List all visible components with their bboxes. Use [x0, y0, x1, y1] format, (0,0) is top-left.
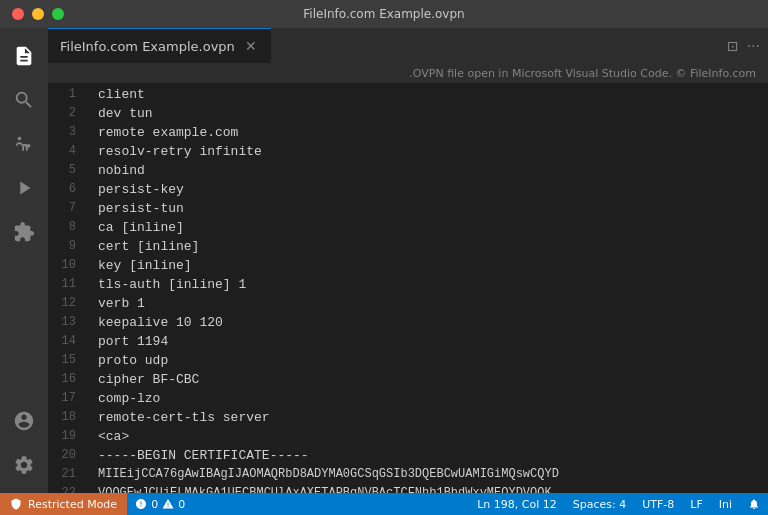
line-numbers: 1234567891011121314151617181920212223242…: [48, 83, 98, 493]
window-controls: [12, 8, 64, 20]
code-line: port 1194: [98, 332, 768, 351]
code-line: dev tun: [98, 104, 768, 123]
code-line: persist-tun: [98, 199, 768, 218]
tab-close-button[interactable]: ✕: [243, 38, 259, 54]
code-line: tls-auth [inline] 1: [98, 275, 768, 294]
activity-bar: [0, 28, 48, 493]
code-line: VQQGEwJCUjELMAkGA1UECBMCUlAxAXETAPBgNVBA…: [98, 484, 768, 493]
line-number: 14: [48, 332, 88, 351]
indentation[interactable]: Spaces: 4: [565, 493, 634, 515]
line-number: 16: [48, 370, 88, 389]
spaces-text: Spaces: 4: [573, 498, 626, 511]
sidebar-item-run[interactable]: [4, 168, 44, 208]
restricted-mode-button[interactable]: Restricted Mode: [0, 493, 127, 515]
code-line: proto udp: [98, 351, 768, 370]
line-number: 9: [48, 237, 88, 256]
error-icon: [135, 498, 147, 510]
code-line: comp-lzo: [98, 389, 768, 408]
tab-bar: FileInfo.com Example.ovpn ✕ ⊡ ···: [48, 28, 768, 63]
line-ending-text: LF: [690, 498, 702, 511]
code-line: nobind: [98, 161, 768, 180]
line-number: 7: [48, 199, 88, 218]
code-editor[interactable]: 1234567891011121314151617181920212223242…: [48, 83, 768, 493]
sidebar-item-source-control[interactable]: [4, 124, 44, 164]
title-bar: FileInfo.com Example.ovpn: [0, 0, 768, 28]
status-bar-right: Ln 198, Col 12 Spaces: 4 UTF-8 LF Ini: [469, 493, 768, 515]
code-line: MIIEijCCA76gAwIBAgIJAOMAQRbD8ADYMA0GCSqG…: [98, 465, 768, 484]
warning-icon: [162, 498, 174, 510]
line-number: 8: [48, 218, 88, 237]
line-number: 15: [48, 351, 88, 370]
code-line: key [inline]: [98, 256, 768, 275]
code-line: client: [98, 85, 768, 104]
code-line: -----BEGIN CERTIFICATE-----: [98, 446, 768, 465]
line-number: 5: [48, 161, 88, 180]
status-bar-left: Restricted Mode 0 0: [0, 493, 193, 515]
activity-bar-bottom: [4, 401, 44, 493]
code-line: remote-cert-tls server: [98, 408, 768, 427]
line-number: 10: [48, 256, 88, 275]
split-editor-icon[interactable]: ⊡: [727, 38, 739, 54]
position-text: Ln 198, Col 12: [477, 498, 557, 511]
line-number: 13: [48, 313, 88, 332]
editor-tab[interactable]: FileInfo.com Example.ovpn ✕: [48, 28, 271, 63]
code-line: cipher BF-CBC: [98, 370, 768, 389]
maximize-button[interactable]: [52, 8, 64, 20]
code-content[interactable]: clientdev tunremote example.comresolv-re…: [98, 83, 768, 493]
line-number: 17: [48, 389, 88, 408]
line-number: 3: [48, 123, 88, 142]
line-number: 20: [48, 446, 88, 465]
close-button[interactable]: [12, 8, 24, 20]
code-line: <ca>: [98, 427, 768, 446]
encoding[interactable]: UTF-8: [634, 493, 682, 515]
more-actions-icon[interactable]: ···: [747, 38, 760, 54]
line-number: 6: [48, 180, 88, 199]
code-line: resolv-retry infinite: [98, 142, 768, 161]
error-count: 0: [151, 498, 158, 511]
line-number: 2: [48, 104, 88, 123]
minimize-button[interactable]: [32, 8, 44, 20]
sidebar-item-settings[interactable]: [4, 445, 44, 485]
shield-icon: [10, 498, 22, 510]
main-container: FileInfo.com Example.ovpn ✕ ⊡ ··· .OVPN …: [0, 28, 768, 493]
restricted-mode-label: Restricted Mode: [28, 498, 117, 511]
language-mode[interactable]: Ini: [711, 493, 740, 515]
line-number: 11: [48, 275, 88, 294]
status-bar: Restricted Mode 0 0 Ln 198, Col 12 Space…: [0, 493, 768, 515]
errors-button[interactable]: 0 0: [127, 493, 193, 515]
sidebar-item-files[interactable]: [4, 36, 44, 76]
line-number: 22: [48, 484, 88, 493]
tab-bar-actions: ⊡ ···: [727, 38, 760, 54]
language-text: Ini: [719, 498, 732, 511]
info-bar: .OVPN file open in Microsoft Visual Stud…: [48, 63, 768, 83]
tab-filename: FileInfo.com Example.ovpn: [60, 39, 235, 54]
editor-area: FileInfo.com Example.ovpn ✕ ⊡ ··· .OVPN …: [48, 28, 768, 493]
code-line: cert [inline]: [98, 237, 768, 256]
line-number: 12: [48, 294, 88, 313]
line-number: 18: [48, 408, 88, 427]
code-line: ca [inline]: [98, 218, 768, 237]
window-title: FileInfo.com Example.ovpn: [303, 7, 464, 21]
line-number: 1: [48, 85, 88, 104]
code-line: remote example.com: [98, 123, 768, 142]
cursor-position[interactable]: Ln 198, Col 12: [469, 493, 565, 515]
encoding-text: UTF-8: [642, 498, 674, 511]
code-line: keepalive 10 120: [98, 313, 768, 332]
sidebar-item-account[interactable]: [4, 401, 44, 441]
line-number: 21: [48, 465, 88, 484]
warning-count: 0: [178, 498, 185, 511]
bell-icon: [748, 498, 760, 510]
info-bar-text: .OVPN file open in Microsoft Visual Stud…: [409, 67, 756, 80]
line-number: 4: [48, 142, 88, 161]
sidebar-item-search[interactable]: [4, 80, 44, 120]
line-ending[interactable]: LF: [682, 493, 710, 515]
sidebar-item-extensions[interactable]: [4, 212, 44, 252]
code-line: verb 1: [98, 294, 768, 313]
line-number: 19: [48, 427, 88, 446]
notifications-bell[interactable]: [740, 493, 768, 515]
code-line: persist-key: [98, 180, 768, 199]
